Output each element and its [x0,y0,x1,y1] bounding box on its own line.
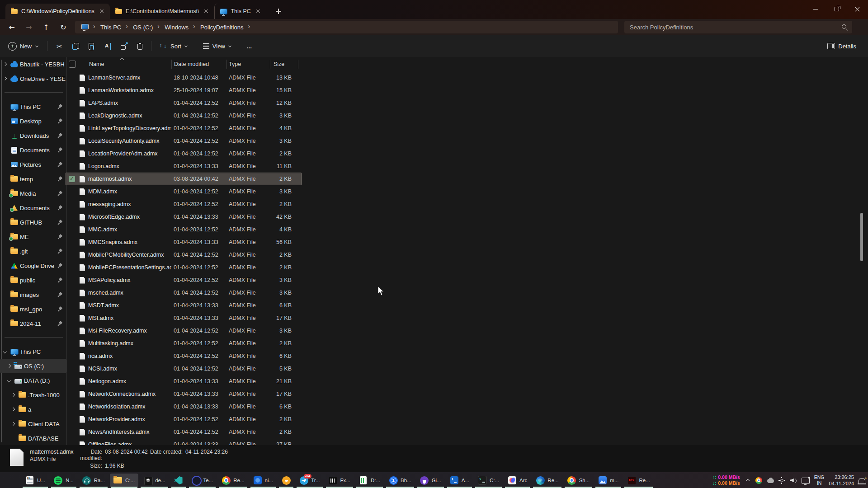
chevron-icon[interactable] [6,377,13,384]
sidebar-item[interactable]: 2024-11 [0,316,66,331]
chevron-icon[interactable] [2,176,9,183]
display-cast-tray-icon[interactable] [802,478,810,484]
more-options-button[interactable] [241,40,258,53]
sidebar-item[interactable]: public [0,273,66,287]
file-row[interactable]: LocationProviderAdm.admx 01-04-2024 12:5… [66,147,302,160]
file-row[interactable]: MSAPolicy.admx 01-04-2024 12:52 ADMX Fil… [66,274,302,286]
file-row[interactable]: NCSI.admx 01-04-2024 12:52 ADMX File 5 K… [66,362,302,375]
sidebar-item[interactable]: msi_gpo [0,302,66,316]
taskbar-app-button[interactable]: Bh... [385,474,415,487]
file-row[interactable]: MMC.admx 01-04-2024 12:52 ADMX File 4 KB [66,223,302,236]
file-row[interactable]: LanmanWorkstation.admx 25-10-2024 19:07 … [66,84,302,97]
file-row[interactable]: MDM.admx 01-04-2024 12:52 ADMX File 3 KB [66,185,302,198]
taskbar-app-button[interactable]: m... [594,474,622,487]
chevron-icon[interactable] [2,147,9,154]
chevron-icon[interactable] [2,291,9,298]
checkbox-checked-icon[interactable] [69,176,75,182]
file-row[interactable]: NetworkProvider.admx 01-04-2024 12:52 AD… [66,413,302,426]
search-box[interactable] [624,21,852,33]
column-header-type[interactable]: Type [226,61,270,67]
share-button[interactable] [116,40,132,53]
breadcrumb-item[interactable]: OS (C:) [131,23,155,32]
view-button[interactable]: View [198,40,237,53]
sidebar-item[interactable]: Bhautik - YESBH [0,57,66,71]
file-row[interactable]: MMCSnapins.admx 01-04-2024 13:33 ADMX Fi… [66,236,302,249]
chevron-icon[interactable] [6,363,13,370]
tab-close-icon[interactable] [255,8,262,15]
paste-button[interactable] [84,39,99,53]
sidebar-item[interactable]: Documents [0,201,66,215]
chevron-icon[interactable] [2,263,9,269]
file-row[interactable]: OfflineFiles.admx 01-04-2024 13:33 ADMX … [66,438,302,445]
sidebar-item[interactable]: images [0,287,66,302]
taskbar-app-button[interactable]: -94 Tr... [296,474,323,487]
details-pane-button[interactable]: Details [823,40,861,53]
sidebar-item[interactable]: GITHUB [0,215,66,230]
file-row[interactable]: LAPS.admx 01-04-2024 12:52 ADMX File 12 … [66,97,302,109]
taskbar-app-button[interactable]: Arc [504,474,531,487]
breadcrumb-item[interactable]: PolicyDefinitions [198,23,245,32]
chevron-icon[interactable] [2,248,9,255]
rename-button[interactable] [99,40,116,53]
file-row[interactable]: MobilePCMobilityCenter.admx 01-04-2024 1… [66,249,302,261]
sidebar-item[interactable]: Client DATA [0,417,66,431]
column-resize-handle[interactable] [270,60,270,69]
taskbar-app-button[interactable]: Re... [218,474,248,487]
breadcrumb-item[interactable]: This PC [99,23,123,32]
taskbar-app-button[interactable]: N... [50,474,77,487]
sidebar-item[interactable]: Google Drive [0,258,66,273]
file-row[interactable]: nca.admx 01-04-2024 12:52 ADMX File 6 KB [66,350,302,362]
taskbar-app-button[interactable]: ni... [250,474,277,487]
volume-tray-icon[interactable] [790,477,797,483]
chevron-icon[interactable] [2,205,9,211]
up-button[interactable]: ↑ [39,21,53,33]
sidebar-item[interactable]: Desktop [0,114,66,128]
chevron-icon[interactable] [2,103,9,110]
file-row[interactable]: MicrosoftEdge.admx 01-04-2024 13:33 ADMX… [66,211,302,223]
file-row[interactable]: mattermost.admx 03-08-2024 00:42 ADMX Fi… [66,173,302,185]
chevron-icon[interactable] [2,348,9,355]
chevron-icon[interactable] [2,277,9,284]
sidebar-item[interactable]: This PC [0,344,66,359]
chevron-icon[interactable] [2,161,9,168]
chevron-icon[interactable] [2,75,9,82]
file-row[interactable]: Netlogon.admx 01-04-2024 13:33 ADMX File… [66,375,302,388]
breadcrumb-item[interactable]: Windows [163,23,190,32]
taskbar-app-button[interactable]: Ra... [79,474,108,487]
sidebar-item[interactable]: This PC [0,99,66,114]
search-input[interactable] [629,23,842,31]
chevron-icon[interactable] [10,406,17,413]
file-row[interactable]: LocalSecurityAuthority.admx 01-04-2024 1… [66,135,302,147]
column-header-size[interactable]: Size [270,61,298,67]
new-button[interactable]: New [4,39,43,54]
breadcrumb[interactable]: This PC OS (C:) Windows PolicyDefinition… [75,21,618,33]
file-row[interactable]: NetworkConnections.admx 01-04-2024 13:33… [66,388,302,400]
chevron-icon[interactable] [2,132,9,139]
chevron-icon[interactable] [2,118,9,125]
chevron-icon[interactable] [2,190,9,197]
vertical-scrollbar-thumb[interactable] [860,213,863,261]
column-header-date-modified[interactable]: Date modified [171,61,226,67]
new-tab-button[interactable] [273,5,284,17]
taskbar-app-button[interactable]: Te... [188,474,217,487]
select-all-checkbox[interactable] [69,61,76,68]
sidebar-item[interactable]: .Trash-1000 [0,388,66,402]
sort-button[interactable]: Sort [155,40,193,53]
language-indicator[interactable]: ENG IN [814,474,825,486]
sidebar-item[interactable]: Media [0,186,66,201]
taskbar-app-button[interactable]: A... [446,474,473,487]
file-row[interactable]: Logon.admx 01-04-2024 13:33 ADMX File 11… [66,160,302,173]
sidebar-item[interactable]: OS (C:) [0,359,66,373]
copy-button[interactable] [68,40,84,53]
delete-button[interactable] [132,40,147,53]
file-row[interactable]: MobilePCPresentationSettings.admx 01-04-… [66,261,302,274]
explorer-tab[interactable]: C:\Windows\PolicyDefinitions [5,4,110,19]
cloud-tray-icon[interactable] [767,479,774,483]
network-speed-widget[interactable]: ↑: 0.00 MB/s ↓: 0.00 MB/s [712,474,740,486]
back-button[interactable]: ← [5,21,19,33]
chevron-icon[interactable] [10,421,17,427]
taskbar-app-button[interactable] [170,474,187,487]
refresh-button[interactable]: ↻ [56,21,71,33]
close-button[interactable] [847,0,868,19]
file-row[interactable]: msched.admx 01-04-2024 12:52 ADMX File 3… [66,286,302,299]
